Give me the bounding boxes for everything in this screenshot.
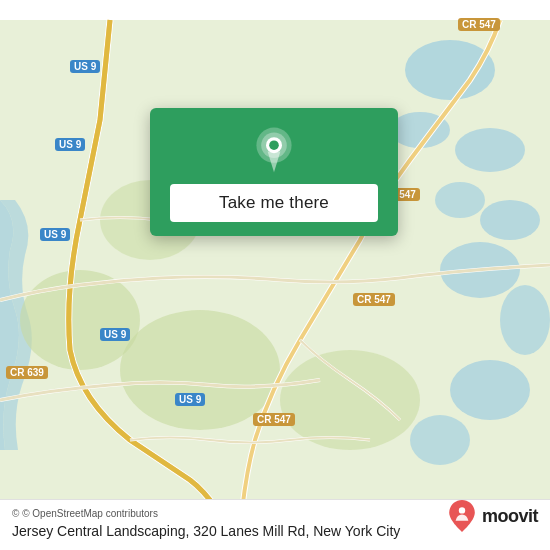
road-label-us9-4: US 9 <box>100 328 130 341</box>
svg-point-3 <box>455 128 525 172</box>
road-label-us9-1: US 9 <box>70 60 100 73</box>
svg-point-7 <box>500 285 550 355</box>
svg-point-5 <box>480 200 540 240</box>
road-label-cr639: CR 639 <box>6 366 48 379</box>
road-label-cr547-3: CR 547 <box>353 293 395 306</box>
map-container: US 9 US 9 US 9 US 9 US 9 CR 547 CR 547 C… <box>0 0 550 550</box>
svg-point-18 <box>269 140 279 150</box>
road-label-us9-2: US 9 <box>55 138 85 151</box>
moovit-logo: moovit <box>446 500 538 532</box>
svg-point-4 <box>435 182 485 218</box>
moovit-text: moovit <box>482 506 538 527</box>
location-pin-icon <box>250 126 298 174</box>
svg-point-9 <box>410 415 470 465</box>
road-label-cr547-1: CR 547 <box>458 18 500 31</box>
svg-point-12 <box>280 350 420 450</box>
svg-point-1 <box>405 40 495 100</box>
take-me-there-button[interactable]: Take me there <box>170 184 378 222</box>
location-card: Take me there <box>150 108 398 236</box>
svg-point-11 <box>120 310 280 430</box>
svg-point-8 <box>450 360 530 420</box>
road-label-cr547-4: CR 547 <box>253 413 295 426</box>
road-label-us9-5: US 9 <box>175 393 205 406</box>
road-label-us9-3: US 9 <box>40 228 70 241</box>
svg-point-19 <box>459 507 465 513</box>
map-background <box>0 0 550 550</box>
copyright-symbol: © <box>12 508 19 519</box>
moovit-icon <box>446 500 478 532</box>
attribution-text: © OpenStreetMap contributors <box>22 508 158 519</box>
